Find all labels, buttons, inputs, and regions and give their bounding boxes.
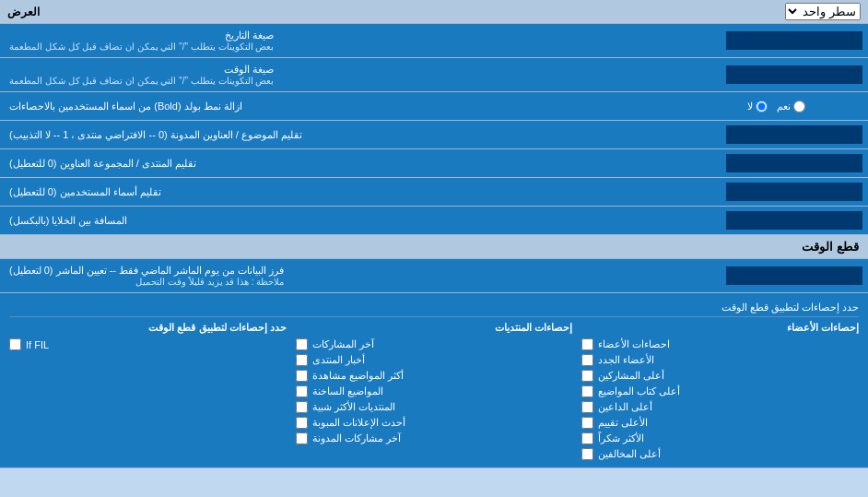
date-format-input[interactable]: d-m <box>726 31 862 50</box>
cb-member-stats[interactable]: احصاءات الأعضاء <box>581 337 859 352</box>
cb-top-raters[interactable]: الأعلى تقييم <box>581 415 859 431</box>
cb-most-thanks[interactable]: الأكثر شكراً <box>581 431 859 446</box>
cb-new-members-input[interactable] <box>581 354 593 366</box>
col2-title: إحصاءات المنتديات <box>296 322 573 334</box>
forum-titles-row: 33 تقليم المنتدى / المجموعة العناوين (0 … <box>0 149 868 178</box>
cutoff-days-row: 0 فرز البيانات من يوم الماشر الماضي فقط … <box>0 259 868 293</box>
bold-remove-row: نعم لا ازالة نمط بولد (Bold) من اسماء ال… <box>0 92 868 121</box>
topic-titles-input[interactable]: 33 <box>726 125 862 144</box>
cb-latest-blog[interactable]: آخر مشاركات المدونة <box>296 431 573 446</box>
cb-top-writers-input[interactable] <box>581 385 593 397</box>
time-format-label: صيغة الوقت بعض التكوينات يتطلب "/" التي … <box>0 58 721 91</box>
topic-titles-row: 33 تقليم الموضوع / العناوين المدونة (0 -… <box>0 121 868 149</box>
if-fil-label: If FIL <box>26 339 49 350</box>
cb-most-viewed[interactable]: أكثر المواضيع مشاهدة <box>296 368 573 384</box>
cb-similar-forums[interactable]: المنتديات الأكثر شبية <box>296 399 573 415</box>
stats-col-1: إحصاءات الأعضاء احصاءات الأعضاء الأعضاء … <box>581 322 859 462</box>
display-label: العرض <box>7 6 40 18</box>
col3-title: حدد إحصاءات لتطبيق قطع الوقت <box>9 322 287 334</box>
forum-titles-label: تقليم المنتدى / المجموعة العناوين (0 للت… <box>0 149 721 177</box>
cb-top-negatives-input[interactable] <box>581 448 593 460</box>
cb-forum-news[interactable]: أخبار المنتدى <box>296 352 573 368</box>
topic-titles-input-cell[interactable]: 33 <box>721 121 868 148</box>
time-format-row: H:i صيغة الوقت بعض التكوينات يتطلب "/" ا… <box>0 58 868 92</box>
cb-top-writers[interactable]: أعلى كتاب المواضيع <box>581 384 859 399</box>
cb-top-donors[interactable]: أعلى الداعين <box>581 399 859 415</box>
cb-latest-posts[interactable]: آخر المشاركات <box>296 337 573 352</box>
stats-header: حدد إحصاءات لتطبيق قطع الوقت <box>9 299 859 317</box>
cb-hot-topics-input[interactable] <box>296 385 308 397</box>
bold-remove-radio-cell[interactable]: نعم لا <box>684 92 868 120</box>
forum-titles-input[interactable]: 33 <box>726 154 862 172</box>
stats-col-3: حدد إحصاءات لتطبيق قطع الوقت If FIL <box>9 322 287 462</box>
bold-remove-label: ازالة نمط بولد (Bold) من اسماء المستخدمي… <box>0 92 684 120</box>
select-cell-top[interactable]: سطر واحدسطرينثلاثة أسطر <box>785 3 861 20</box>
date-format-input-cell[interactable]: d-m <box>721 24 868 57</box>
cell-spacing-input[interactable]: 2 <box>726 211 862 230</box>
cutoff-section-header: قطع الوقت <box>0 235 868 259</box>
cb-forum-news-input[interactable] <box>296 354 308 366</box>
cb-top-posters[interactable]: أعلى المشاركين <box>581 368 859 384</box>
cb-if-fil[interactable]: If FIL <box>9 337 287 352</box>
stats-section: حدد إحصاءات لتطبيق قطع الوقت إحصاءات الأ… <box>0 293 868 468</box>
cb-latest-ads[interactable]: أحدث الإعلانات المبوبة <box>296 415 573 431</box>
cb-latest-posts-input[interactable] <box>296 338 308 350</box>
cb-top-donors-input[interactable] <box>581 401 593 413</box>
cb-most-thanks-input[interactable] <box>581 432 593 444</box>
top-row: سطر واحدسطرينثلاثة أسطر العرض <box>0 0 868 24</box>
forum-titles-input-cell[interactable]: 33 <box>721 149 868 177</box>
date-format-label: صيغة التاريخ بعض التكوينات يتطلب "/" الت… <box>0 24 721 57</box>
cb-top-posters-input[interactable] <box>581 370 593 382</box>
cb-new-members[interactable]: الأعضاء الجدد <box>581 352 859 368</box>
radio-no-label[interactable]: لا <box>747 101 768 112</box>
cell-spacing-label: المسافة بين الخلايا (بالبكسل) <box>0 207 721 234</box>
cb-top-negatives[interactable]: أعلى المخالفين <box>581 446 859 462</box>
member-names-label: تقليم أسماء المستخدمين (0 للتعطيل) <box>0 178 721 206</box>
cb-if-fil-input[interactable] <box>9 338 21 350</box>
cb-most-viewed-input[interactable] <box>296 370 308 382</box>
cb-hot-topics[interactable]: المواضيع الساخنة <box>296 384 573 399</box>
time-format-input[interactable]: H:i <box>726 65 862 84</box>
view-select[interactable]: سطر واحدسطرينثلاثة أسطر <box>785 3 861 20</box>
radio-no[interactable] <box>756 101 768 112</box>
cell-spacing-input-cell[interactable]: 2 <box>721 207 868 234</box>
cb-member-stats-input[interactable] <box>581 338 593 350</box>
cutoff-days-input[interactable]: 0 <box>726 266 862 285</box>
cb-similar-forums-input[interactable] <box>296 401 308 413</box>
cb-top-raters-input[interactable] <box>581 417 593 429</box>
cutoff-days-label: فرز البيانات من يوم الماشر الماضي فقط --… <box>0 259 721 292</box>
stats-col-2: إحصاءات المنتديات آخر المشاركات أخبار ال… <box>296 322 573 462</box>
member-names-input-cell[interactable]: 0 <box>721 178 868 206</box>
member-names-row: 0 تقليم أسماء المستخدمين (0 للتعطيل) <box>0 178 868 207</box>
stats-grid: إحصاءات الأعضاء احصاءات الأعضاء الأعضاء … <box>9 322 859 462</box>
topic-titles-label: تقليم الموضوع / العناوين المدونة (0 -- ا… <box>0 121 721 148</box>
time-format-input-cell[interactable]: H:i <box>721 58 868 91</box>
cell-spacing-row: 2 المسافة بين الخلايا (بالبكسل) <box>0 207 868 235</box>
radio-yes[interactable] <box>793 101 805 112</box>
col1-title: إحصاءات الأعضاء <box>581 322 859 334</box>
cutoff-days-input-cell[interactable]: 0 <box>721 259 868 292</box>
cb-latest-blog-input[interactable] <box>296 432 308 444</box>
cb-latest-ads-input[interactable] <box>296 417 308 429</box>
radio-yes-label[interactable]: نعم <box>777 101 805 112</box>
member-names-input[interactable]: 0 <box>726 183 862 201</box>
date-format-row: d-m صيغة التاريخ بعض التكوينات يتطلب "/"… <box>0 24 868 58</box>
